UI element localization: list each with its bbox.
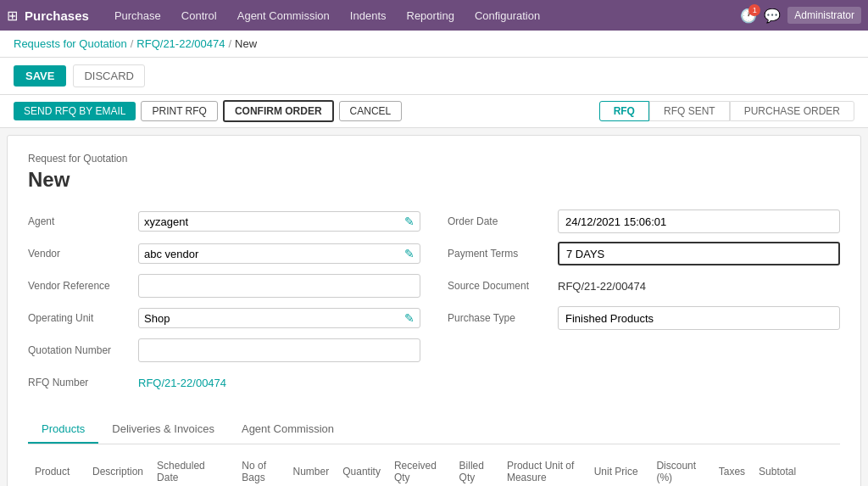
print-rfq-button[interactable]: PRINT RFQ (141, 101, 217, 121)
main-content: Request for Quotation New Agent ✎ Vendor… (7, 135, 861, 486)
cancel-button[interactable]: CANCEL (339, 101, 403, 121)
order-date-input[interactable] (565, 215, 832, 228)
step-rfq[interactable]: RFQ (599, 101, 649, 121)
form-right: Order Date Payment Terms Source Document… (448, 209, 840, 402)
col-description: Description (86, 455, 150, 486)
bc-rfq-number[interactable]: RFQ/21-22/00474 (136, 37, 225, 50)
col-received-qty: Received Qty (387, 455, 453, 486)
agent-field[interactable]: ✎ (138, 211, 420, 232)
nav-purchase[interactable]: Purchase (106, 4, 170, 27)
action-bar: SAVE DISCARD (0, 58, 868, 95)
top-navigation: ⊞ Purchases Purchase Control Agent Commi… (0, 0, 868, 31)
col-billed-qty: Billed Qty (453, 455, 500, 486)
breadcrumb: Requests for Quotation / RFQ/21-22/00474… (0, 31, 868, 58)
order-date-field[interactable] (558, 209, 840, 233)
source-doc-row: Source Document RFQ/21-22/00474 (448, 273, 840, 299)
col-discount: Discount (%) (649, 455, 711, 486)
discard-button[interactable]: DISCARD (73, 64, 145, 87)
purchase-type-input[interactable] (565, 312, 832, 325)
agent-label: Agent (28, 215, 138, 227)
bc-current: New (235, 37, 257, 50)
operating-unit-row: Operating Unit ✎ (28, 305, 420, 331)
nav-icons: 🕐 1 💬 Administrator (740, 7, 861, 24)
vendor-ref-label: Vendor Reference (28, 280, 138, 292)
agent-input[interactable] (144, 215, 401, 228)
send-rfq-email-button[interactable]: SEND RFQ BY EMAIL (14, 102, 136, 120)
step-rfq-sent[interactable]: RFQ SENT (649, 101, 730, 121)
col-taxes: Taxes (712, 455, 752, 486)
purchase-type-label: Purchase Type (448, 312, 558, 324)
col-number: Number (287, 455, 337, 486)
rfq-number-row: RFQ Number RFQ/21-22/00474 (28, 370, 420, 395)
vendor-input[interactable] (144, 248, 401, 260)
notification-icon[interactable]: 🕐 1 (740, 8, 757, 24)
nav-agent-commission[interactable]: Agent Commission (229, 4, 338, 27)
app-grid-icon[interactable]: ⊞ (7, 8, 18, 24)
quotation-number-input[interactable] (146, 344, 413, 357)
status-bar: SEND RFQ BY EMAIL PRINT RFQ CONFIRM ORDE… (0, 95, 868, 128)
form-subtitle: Request for Quotation (28, 153, 840, 165)
col-subtotal: Subtotal (752, 455, 815, 486)
form-grid: Agent ✎ Vendor ✎ Vendor Reference (28, 209, 840, 402)
source-doc-value: RFQ/21-22/00474 (558, 280, 646, 293)
col-product: Product (28, 455, 86, 486)
payment-terms-row: Payment Terms (448, 241, 840, 266)
notification-badge: 1 (748, 4, 760, 16)
source-doc-label: Source Document (448, 280, 558, 292)
nav-indents[interactable]: Indents (342, 4, 395, 27)
status-steps: RFQ RFQ SENT PURCHASE ORDER (599, 101, 854, 121)
vendor-label: Vendor (28, 248, 138, 260)
form-title: New (28, 168, 840, 192)
user-menu[interactable]: Administrator (787, 7, 861, 24)
app-title[interactable]: Purchases (25, 8, 89, 23)
vendor-ref-input[interactable] (146, 280, 413, 293)
order-date-label: Order Date (448, 215, 558, 227)
operating-unit-label: Operating Unit (28, 312, 138, 324)
operating-unit-field[interactable]: ✎ (138, 308, 420, 328)
vendor-edit-icon[interactable]: ✎ (404, 247, 415, 260)
nav-control[interactable]: Control (173, 4, 225, 27)
save-button[interactable]: SAVE (14, 65, 66, 87)
quotation-number-field[interactable] (138, 338, 420, 362)
payment-terms-input[interactable] (566, 248, 832, 260)
vendor-field[interactable]: ✎ (138, 243, 420, 264)
nav-configuration[interactable]: Configuration (466, 4, 548, 27)
col-quantity: Quantity (336, 455, 387, 486)
product-table: Product Description Scheduled Date No of… (28, 455, 840, 486)
purchase-type-row: Purchase Type (448, 305, 840, 331)
step-purchase-order[interactable]: PURCHASE ORDER (730, 101, 854, 121)
rfq-number-value[interactable]: RFQ/21-22/00474 (138, 377, 226, 389)
bc-rfq-list[interactable]: Requests for Quotation (14, 37, 127, 50)
agent-row: Agent ✎ (28, 209, 420, 234)
quotation-number-label: Quotation Number (28, 344, 138, 356)
payment-terms-label: Payment Terms (448, 248, 558, 260)
vendor-ref-field[interactable] (138, 274, 420, 298)
quotation-number-row: Quotation Number (28, 338, 420, 363)
vendor-row: Vendor ✎ (28, 241, 420, 266)
order-date-row: Order Date (448, 209, 840, 234)
confirm-order-button[interactable]: CONFIRM ORDER (223, 100, 334, 122)
col-uom: Product Unit of Measure (500, 455, 587, 486)
nav-reporting[interactable]: Reporting (398, 4, 463, 27)
tab-deliveries[interactable]: Deliveries & Invoices (98, 416, 228, 444)
payment-terms-field[interactable] (558, 242, 840, 265)
vendor-ref-row: Vendor Reference (28, 273, 420, 299)
operating-unit-input[interactable] (144, 312, 401, 325)
rfq-number-label: RFQ Number (28, 377, 138, 388)
chat-icon[interactable]: 💬 (764, 8, 781, 24)
tab-agent-commission[interactable]: Agent Commission (228, 416, 348, 444)
tab-products[interactable]: Products (28, 416, 98, 444)
purchase-type-field[interactable] (558, 306, 840, 330)
agent-edit-icon[interactable]: ✎ (404, 215, 415, 228)
col-scheduled-date: Scheduled Date (150, 455, 235, 486)
form-left: Agent ✎ Vendor ✎ Vendor Reference (28, 209, 420, 402)
col-unit-price: Unit Price (587, 455, 650, 486)
tabs: Products Deliveries & Invoices Agent Com… (28, 416, 840, 444)
operating-unit-edit-icon[interactable]: ✎ (404, 311, 415, 325)
col-no-of-bags: No of Bags (235, 455, 286, 486)
